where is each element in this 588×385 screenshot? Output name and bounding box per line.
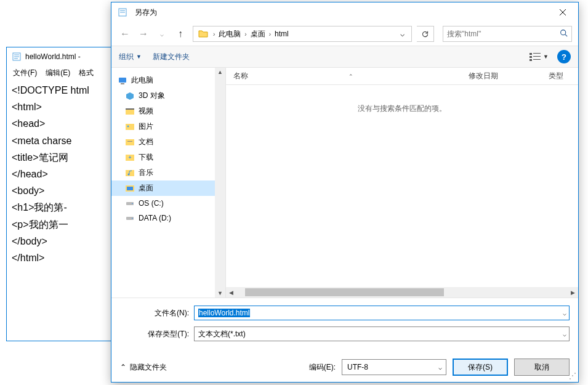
breadcrumb[interactable]: › 此电脑 › 桌面 › html ⌵ [193,26,412,42]
svg-rect-20 [126,108,134,110]
nav-row: ← → ⌵ ↑ › 此电脑 › 桌面 › html ⌵ [111,22,578,46]
tree-scrollbar[interactable]: ▲▼ [215,68,225,298]
menu-edit[interactable]: 编辑(E) [42,67,74,79]
view-options-button[interactable]: ▼ [530,52,549,61]
drive-icon [125,198,135,208]
svg-point-31 [132,203,133,205]
view-icon [530,52,541,61]
chevron-right-icon: › [244,31,246,38]
chevron-right-icon: › [213,31,215,38]
svg-rect-13 [530,56,532,58]
sort-indicator-icon: ⌃ [348,73,353,79]
chevron-right-icon: › [269,31,271,38]
svg-rect-18 [121,83,124,84]
tree-pane[interactable]: 此电脑 3D 对象 视频 图片 文档 下载 音乐 桌面 OS (C:) DATA… [111,68,226,298]
tree-item-desktop[interactable]: 桌面 [111,180,225,196]
column-name[interactable]: 名称⌃ [226,68,461,84]
column-date[interactable]: 修改日期 [461,68,541,84]
resize-grip-icon[interactable]: ⋰ [569,371,576,380]
tree-item-3d-objects[interactable]: 3D 对象 [111,88,225,103]
search-input[interactable] [447,30,560,38]
refresh-button[interactable] [417,26,434,42]
search-icon[interactable] [560,29,568,39]
scroll-right-icon[interactable]: ▶ [568,290,578,296]
svg-rect-29 [127,187,133,190]
organize-button[interactable]: 组织 ▼ [119,52,142,62]
column-type[interactable]: 类型 [541,68,578,84]
tree-item-downloads[interactable]: 下载 [111,150,225,165]
nav-up[interactable]: ↑ [173,26,188,41]
dialog-title: 另存为 [135,7,157,18]
cancel-button[interactable]: 取消 [514,359,570,376]
video-icon [125,107,135,116]
nav-back[interactable]: ← [118,26,132,41]
documents-icon [125,137,135,147]
breadcrumb-dropdown[interactable]: ⌵ [395,26,409,41]
pictures-icon [125,122,135,132]
scroll-up-icon[interactable]: ▲ [217,68,223,76]
horizontal-scrollbar[interactable]: ◀ ▶ [226,287,578,298]
filetype-value: 文本文档(*.txt) [198,329,246,339]
hide-folders-toggle[interactable]: ⌃ 隐藏文件夹 [120,362,167,373]
filetype-label: 保存类型(T): [120,329,194,339]
encoding-label: 编码(E): [309,362,336,373]
breadcrumb-item[interactable]: 桌面 [249,29,267,39]
encoding-value: UTF-8 [347,363,368,371]
scrollbar-thumb[interactable] [245,288,444,296]
encoding-select[interactable]: UTF-8 ⌵ [342,359,446,375]
nav-forward[interactable]: → [136,26,151,41]
chevron-down-icon: ▼ [136,54,142,60]
save-button[interactable]: 保存(S) [453,359,508,376]
desktop-icon [125,184,135,193]
svg-rect-21 [126,124,134,130]
scroll-down-icon[interactable]: ▼ [217,289,223,298]
svg-rect-14 [533,56,541,57]
chevron-up-icon: ⌃ [120,363,126,371]
notepad-title: helloWorld.html - [25,52,81,61]
dialog-icon [118,7,127,17]
bottom-area: 文件名(N): helloWorld.html ⌵ 保存类型(T): 文本文档(… [111,298,578,382]
filename-value: helloWorld.html [198,309,250,317]
tree-item-pictures[interactable]: 图片 [111,119,225,134]
breadcrumb-item[interactable]: 此电脑 [217,29,242,39]
tree-item-documents[interactable]: 文档 [111,134,225,150]
notepad-icon [12,52,22,62]
tree-root-this-pc[interactable]: 此电脑 [111,73,225,88]
file-list-pane[interactable]: 名称⌃ 修改日期 类型 没有与搜索条件匹配的项。 ◀ ▶ [226,68,578,298]
svg-line-10 [565,34,567,36]
svg-rect-11 [530,53,532,55]
svg-rect-12 [533,53,541,54]
tree-item-drive-c[interactable]: OS (C:) [111,196,225,211]
filetype-dropdown[interactable]: ⌵ [563,331,566,338]
nav-recent-dropdown[interactable]: ⌵ [155,26,169,41]
chevron-down-icon: ▼ [543,54,549,60]
tree-item-drive-d[interactable]: DATA (D:) [111,211,225,225]
refresh-icon [421,30,429,38]
menu-file[interactable]: 文件(F) [9,67,41,79]
scroll-left-icon[interactable]: ◀ [226,290,236,296]
save-as-dialog: 另存为 ← → ⌵ ↑ › 此电脑 › 桌面 › html ⌵ [111,2,579,383]
downloads-icon [125,153,135,163]
filename-dropdown[interactable]: ⌵ [563,310,566,317]
list-body: 没有与搜索条件匹配的项。 [226,85,578,287]
tree-item-videos[interactable]: 视频 [111,103,225,119]
svg-rect-17 [119,78,126,83]
filename-input[interactable]: helloWorld.html ⌵ [194,306,570,320]
filename-label: 文件名(N): [120,308,194,318]
svg-point-22 [127,125,129,127]
help-button[interactable]: ? [557,50,571,63]
svg-rect-15 [530,59,532,61]
dialog-titlebar[interactable]: 另存为 [111,2,578,22]
new-folder-button[interactable]: 新建文件夹 [153,52,190,62]
encoding-dropdown[interactable]: ⌵ [438,364,442,371]
tree-item-music[interactable]: 音乐 [111,165,225,180]
svg-rect-16 [533,59,541,60]
search-box[interactable] [443,26,572,42]
svg-rect-24 [127,141,132,142]
toolbar: 组织 ▼ 新建文件夹 ▼ ? [111,46,578,68]
filetype-select[interactable]: 文本文档(*.txt) ⌵ [194,326,570,341]
breadcrumb-item[interactable]: html [273,30,290,38]
close-button[interactable] [549,3,577,22]
menu-format[interactable]: 格式 [75,67,97,79]
3d-icon [125,91,135,101]
